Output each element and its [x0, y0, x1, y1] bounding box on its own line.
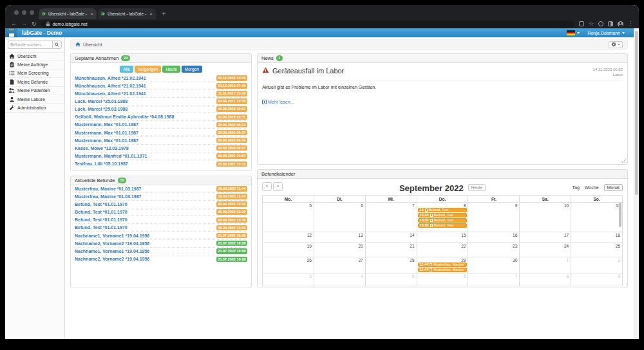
calendar-day-cell[interactable]: 8	[520, 273, 571, 286]
extensions-icon[interactable]	[598, 21, 603, 26]
calendar-day-cell[interactable]: 14	[366, 232, 417, 243]
close-window-icon[interactable]	[14, 10, 19, 15]
scrollbar-thumb[interactable]	[635, 31, 638, 195]
filter-button-alle[interactable]: Alle	[120, 66, 133, 73]
calendar-day-cell[interactable]: 7	[366, 203, 417, 232]
patient-link[interactable]: Lück, Marcel *25.03.1988	[75, 99, 128, 104]
calendar-day-cell[interactable]: 1	[520, 257, 571, 273]
calendar-event[interactable]: 13Befund, Test	[418, 208, 468, 212]
patient-link[interactable]: Befund, Test *01.01.1970	[75, 202, 128, 207]
calendar-prev-button[interactable]: ‹	[262, 182, 272, 191]
calendar-day-cell[interactable]: 7	[468, 273, 520, 286]
sidebar-item-meine-patienten[interactable]: Meine Patienten	[5, 87, 64, 95]
patient-link[interactable]: Münchhausen, Alfred *21.02.1941	[75, 91, 146, 96]
sidebar-item-mein-screening[interactable]: Mein Screening	[5, 69, 64, 78]
calendar-day-cell[interactable]: 2	[571, 257, 622, 273]
calendar-day-cell[interactable]: 10	[520, 203, 571, 232]
patient-link[interactable]: Nachname1, Vorname1 *19.04.1956	[75, 249, 149, 253]
calendar-day-cell[interactable]: 15	[417, 232, 469, 243]
patient-link[interactable]: Mustermann, Max *01.01.1987	[75, 122, 138, 127]
patient-link[interactable]: Nachname1, Vorname1 *19.04.1956	[75, 234, 149, 238]
address-bar[interactable]: demo.labgate.net	[41, 21, 574, 28]
calendar-day-cell[interactable]: 21	[366, 243, 417, 257]
browser-menu-icon[interactable]: ⋮	[628, 21, 633, 26]
calendar-event[interactable]: 11:44Musterfrau, Maxine	[418, 262, 468, 267]
calendar-day-cell[interactable]: 9	[571, 273, 622, 286]
maximize-window-icon[interactable]	[30, 10, 34, 15]
language-selector[interactable]	[567, 30, 580, 35]
tab-close-icon[interactable]: ×	[90, 11, 93, 17]
calendar-event[interactable]: 13:30Befund, Test	[418, 223, 468, 228]
calendar-scrollbar[interactable]	[619, 203, 621, 227]
home-icon[interactable]	[75, 42, 80, 47]
calendar-event[interactable]: 13:30Befund, Test	[418, 213, 468, 217]
patient-link[interactable]: Kasse, Möwe *12.03.1978	[75, 146, 129, 151]
patient-link[interactable]: Musterfrau, Maxine *01.03.1987	[75, 187, 142, 191]
calendar-day-cell[interactable]: 6	[417, 273, 469, 286]
browser-tab[interactable]: Übersicht - labGate - Demo×	[39, 8, 97, 19]
settings-button[interactable]	[609, 41, 623, 48]
new-tab-button[interactable]: +	[162, 10, 166, 17]
patient-link[interactable]: Lück, Marcel *25.03.1988	[75, 107, 128, 111]
sidebar-item-bersicht[interactable]: Übersicht	[5, 52, 64, 60]
search-button[interactable]	[52, 41, 62, 49]
calendar-event[interactable]: 11:44Musterfrau, Maxine	[418, 268, 468, 272]
calendar-day-cell[interactable]: 24	[520, 243, 571, 257]
calendar-day-cell[interactable]: 17	[520, 232, 571, 243]
tab-close-icon[interactable]: ×	[149, 11, 153, 17]
minimize-window-icon[interactable]	[22, 10, 26, 15]
window-controls[interactable]	[14, 10, 34, 15]
patient-link[interactable]: Befund, Test *01.01.1970	[75, 217, 128, 222]
view-button-monat[interactable]: Monat	[604, 184, 623, 191]
patient-link[interactable]: Nachname2, Vorname2 *19.04.1956	[75, 257, 149, 261]
breadcrumb-item[interactable]: Übersicht	[83, 42, 102, 47]
patient-link[interactable]: Münchhausen, Alfred *21.02.1941	[75, 76, 146, 80]
calendar-event[interactable]: 13:30Befund, Test	[418, 218, 468, 223]
view-button-tag[interactable]: Tag	[573, 185, 580, 190]
calendar-day-cell[interactable]: 30	[468, 257, 520, 273]
window-scrollbar[interactable]	[634, 28, 639, 339]
reload-icon[interactable]: ↻	[32, 21, 37, 27]
calendar-day-cell[interactable]: 2911:44Musterfrau, Maxine11:44Musterfrau…	[417, 257, 469, 273]
calendar-day-cell[interactable]: 13	[314, 232, 366, 243]
calendar-day-cell[interactable]: 16	[468, 232, 520, 243]
calendar-day-cell[interactable]: 25	[571, 243, 622, 257]
patient-link[interactable]: Mustermann, Manfred *01.01.1971	[75, 154, 147, 158]
read-more-link[interactable]: Mehr lesen...	[262, 100, 623, 104]
patient-link[interactable]: Münchhausen, Alfred *21.02.1941	[75, 84, 146, 88]
bookmark-star-icon[interactable]: ☆	[589, 21, 594, 27]
sidebar-item-meine-auftr-ge[interactable]: Meine Aufträge	[5, 60, 64, 69]
side-panel-icon[interactable]	[608, 21, 613, 26]
calendar-today-button[interactable]: Heute	[468, 184, 486, 191]
calendar-day-cell[interactable]: 23	[468, 243, 520, 257]
calendar-day-cell[interactable]: 813Befund, Test13:30Befund, Test13:30Bef…	[417, 203, 469, 232]
patient-link[interactable]: Geilböll, Waltraut Emilia Aphrodite *04.…	[75, 115, 174, 119]
filter-button-vergangen[interactable]: Vergangen	[135, 66, 161, 73]
calendar-day-cell[interactable]: 22	[417, 243, 469, 257]
filter-button-heute[interactable]: Heute	[162, 66, 180, 73]
sidebar-toggle-button[interactable]	[5, 28, 17, 37]
calendar-day-cell[interactable]: 18	[571, 232, 622, 243]
patient-link[interactable]: Mustermann, Max *01.01.1987	[75, 138, 138, 143]
filter-button-morgen[interactable]: Morgen	[182, 66, 202, 73]
patient-link[interactable]: Nachname2, Vorname2 *19.04.1956	[75, 241, 149, 246]
patient-link[interactable]: Musterfrau, Maxine *01.03.1987	[75, 194, 142, 199]
calendar-day-cell[interactable]: 5	[366, 273, 417, 286]
calendar-day-cell[interactable]: 28	[366, 257, 417, 273]
back-icon[interactable]: ←	[11, 21, 17, 27]
calendar-day-cell[interactable]: 11	[571, 203, 622, 232]
resize-handle-icon[interactable]	[621, 158, 627, 163]
view-button-woche[interactable]: Woche	[585, 185, 599, 190]
sidebar-item-meine-labore[interactable]: Meine Labore	[5, 95, 64, 104]
calendar-day-cell[interactable]: 27	[314, 257, 366, 273]
calendar-day-cell[interactable]: 12	[263, 232, 314, 243]
sidebar-item-meine-befunde[interactable]: Meine Befunde	[5, 78, 64, 86]
patient-link[interactable]: Testfrau, Lilli *05.10.1987	[75, 161, 128, 166]
calendar-day-cell[interactable]: 26	[263, 257, 314, 273]
calendar-day-cell[interactable]: 9	[468, 203, 520, 232]
sidebar-item-administration[interactable]: Administration	[5, 104, 64, 112]
calendar-day-cell[interactable]: 5	[263, 203, 314, 232]
patient-link[interactable]: Mustermann, Max *01.01.1987	[75, 131, 138, 135]
profile-avatar[interactable]	[618, 21, 623, 27]
forward-icon[interactable]: →	[21, 21, 27, 27]
